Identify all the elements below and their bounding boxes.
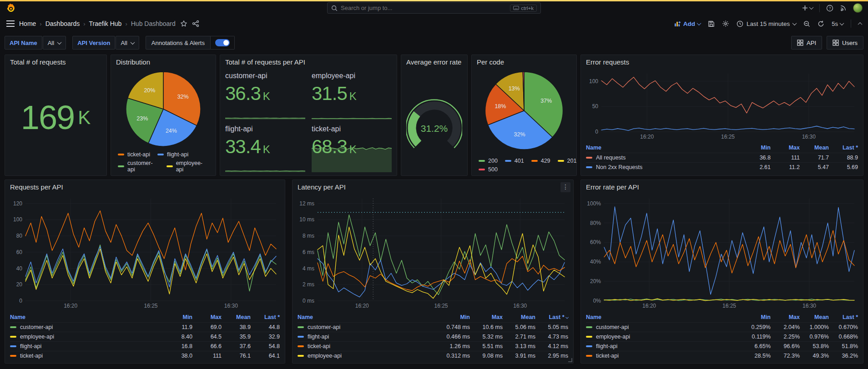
table-row[interactable]: All requests36.811171.788.9 [586,153,858,162]
legend-item[interactable]: 500 [479,166,498,173]
panel-title[interactable]: Average error rate [406,58,462,69]
distribution-pie-chart[interactable]: 32%24%23%20% [116,69,211,150]
add-panel-button[interactable]: Add [674,20,701,27]
col-last[interactable]: Last * [251,314,280,320]
col-name[interactable]: Name [10,314,163,320]
col-name[interactable]: Name [586,314,742,320]
user-avatar[interactable] [853,3,863,13]
table-cell: 6.65% [742,343,771,349]
breadcrumb-item[interactable]: Hub Dashboard [131,20,176,27]
col-last[interactable]: Last * [535,314,568,320]
error-requests-chart[interactable]: 05010016:2016:2516:30 [586,69,858,141]
panel-title[interactable]: Total # of requests [10,58,101,69]
panel-title[interactable]: Total # of requests per API [225,58,392,69]
col-max[interactable]: Max [470,314,503,320]
panel-title[interactable]: Latency per API [298,183,568,194]
breadcrumb-item[interactable]: Home [19,20,36,27]
col-min[interactable]: Min [163,314,192,320]
api-version-filter-value[interactable]: All [116,36,139,50]
table-row[interactable]: ticket-api1.26 ms5.51 ms3.13 ms4.12 ms [298,341,568,351]
table-row[interactable]: customer-api0.259%2.04%1.000%0.670% [586,322,858,332]
api-dashboard-link[interactable]: API [791,36,822,50]
dashboard-settings-button[interactable] [722,20,729,27]
panel-title[interactable]: Per code [477,58,571,69]
legend-item[interactable]: 401 [505,158,524,164]
svg-text:16:25: 16:25 [721,134,735,140]
col-name[interactable]: Name [298,314,437,320]
table-row[interactable]: Non 2xx Requests2.6111.25.475.69 [586,162,858,172]
legend-item[interactable]: flight-api [157,151,188,158]
global-search[interactable]: ctrl+k [327,2,541,14]
col-mean[interactable]: Mean [800,314,829,320]
col-min[interactable]: Min [742,314,771,320]
legend-item[interactable]: 200 [479,158,498,164]
zoom-out-button[interactable] [803,20,810,27]
legend-item[interactable]: customer-api [118,160,159,173]
table-cell: 96.6% [771,343,800,349]
grafana-logo-icon[interactable] [5,3,15,13]
per-code-pie-chart[interactable]: 37%32%18%13% [477,69,571,154]
panel-title[interactable]: Error requests [586,58,858,69]
panel-resize-handle[interactable] [568,358,572,362]
table-row[interactable]: flight-api16.866.637.654.8 [10,341,280,351]
legend-item[interactable]: employee-api [167,160,209,173]
refresh-icon [818,20,824,27]
col-last[interactable]: Last * [829,145,858,151]
table-cell: 38.9 [222,324,251,330]
svg-text:20%: 20% [590,278,601,284]
breadcrumb-item[interactable]: Traefik Hub [89,20,122,27]
panel-requests-per-api: Requests per API 02040608010012016:2016:… [5,180,285,364]
col-min[interactable]: Min [742,145,771,151]
error-rate-per-api-chart[interactable]: 0%20%40%60%80%100%16:2016:2516:30 [586,194,858,310]
col-name[interactable]: Name [586,145,742,151]
favorite-star-icon[interactable] [180,20,187,27]
table-row[interactable]: flight-api0.466 ms5.32 ms2.71 ms4.73 ms [298,332,568,341]
col-min[interactable]: Min [437,314,470,320]
svg-text:16:25: 16:25 [434,303,448,309]
share-icon[interactable] [192,20,199,27]
annotations-toggle[interactable] [215,39,230,46]
legend-item[interactable]: ticket-api [118,151,150,158]
col-max[interactable]: Max [771,145,800,151]
users-dashboard-link[interactable]: Users [827,36,863,50]
col-last[interactable]: Last * [829,314,858,320]
legend-item[interactable]: 201 [558,158,577,164]
table-cell: 36.8 [742,155,771,161]
panel-menu-kebab-icon[interactable]: ⋮ [560,182,570,192]
col-max[interactable]: Max [771,314,800,320]
search-input[interactable] [341,5,507,11]
series-color-swatch [586,166,592,168]
save-dashboard-button[interactable] [708,20,715,27]
table-row[interactable]: employee-api0.119%2.25%0.976%0.668% [586,332,858,341]
news-button[interactable] [840,5,847,11]
panel-average-error-rate: Average error rate 31.2% [401,55,468,176]
refresh-interval-dropdown[interactable]: 5s [832,20,843,27]
table-row[interactable]: employee-api0.312 ms9.08 ms3.91 ms2.95 m… [298,351,568,360]
table-row[interactable]: customer-api0.748 ms10.6 ms5.06 ms5.05 m… [298,322,568,332]
new-menu-button[interactable] [802,5,813,11]
table-row[interactable]: ticket-api38.011176.164.1 [10,351,280,360]
refresh-button[interactable] [818,20,824,27]
panel-title[interactable]: Requests per API [10,183,280,194]
col-mean[interactable]: Mean [222,314,251,320]
api-name-filter-value[interactable]: All [43,36,66,50]
collapse-toolbar-button[interactable] [858,22,862,25]
table-row[interactable]: employee-api8.4064.535.932.9 [10,332,280,341]
requests-per-api-chart[interactable]: 02040608010012016:2016:2516:30 [10,194,280,310]
table-row[interactable]: flight-api6.65%96.6%53.8%51.8% [586,341,858,351]
col-max[interactable]: Max [192,314,222,320]
panel-title[interactable]: Error rate per API [586,183,858,194]
table-row[interactable]: customer-api11.969.038.944.8 [10,322,280,332]
latency-per-api-chart[interactable]: 0 ms2 ms4 ms6 ms8 ms10 ms12 ms16:2016:25… [298,194,568,310]
table-row[interactable]: ticket-api28.5%72.3%49.3%36.2% [586,351,858,360]
col-mean[interactable]: Mean [800,145,829,151]
time-range-picker[interactable]: Last 15 minutes [737,20,796,27]
divider [851,20,851,28]
panel-title[interactable]: Distribution [116,58,211,69]
help-button[interactable]: ? [826,5,833,12]
series-color-swatch [10,336,16,338]
legend-item[interactable]: 429 [531,158,550,164]
menu-toggle-icon[interactable] [6,20,15,27]
col-mean[interactable]: Mean [503,314,535,320]
breadcrumb-item[interactable]: Dashboards [45,20,80,27]
